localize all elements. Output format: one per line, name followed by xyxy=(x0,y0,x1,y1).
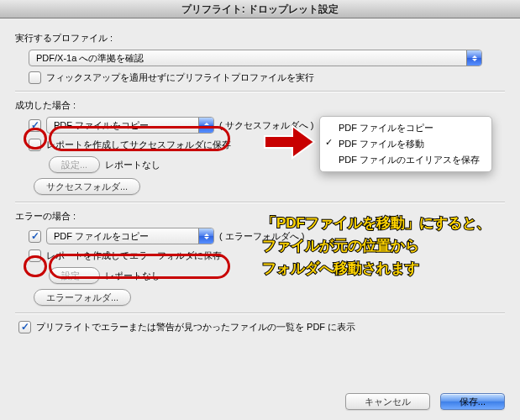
success-heading: 成功した場合 : xyxy=(15,99,505,112)
divider xyxy=(15,312,505,314)
error-settings-button[interactable]: 設定... xyxy=(49,267,100,284)
no-fixups-label: フィックスアップを適用せずにプリフライトプロファイルを実行 xyxy=(46,71,314,84)
error-report-label: レポートを作成してエラーフォルダに保存 xyxy=(46,249,222,262)
action-menu: PDF ファイルをコピー PDF ファイルを移動 PDF ファイルのエイリアスを… xyxy=(319,116,492,172)
profile-label: 実行するプロファイル : xyxy=(15,32,505,45)
show-list-checkbox[interactable] xyxy=(18,321,31,333)
error-action-value: PDF ファイルをコピー xyxy=(54,230,149,243)
error-heading: エラーの場合 : xyxy=(15,210,505,223)
show-list-label: プリフライトでエラーまたは警告が見つかったファイルの一覧を PDF に表示 xyxy=(36,321,355,333)
action-menu-item[interactable]: PDF ファイルをコピー xyxy=(320,120,491,136)
error-action-checkbox[interactable] xyxy=(29,230,41,243)
success-noreport-label: レポートなし xyxy=(105,159,160,171)
dialog-footer: キャンセル 保存... xyxy=(345,393,505,410)
save-button[interactable]: 保存... xyxy=(440,393,505,410)
select-arrows-icon xyxy=(466,50,481,66)
select-arrows-icon xyxy=(198,118,213,133)
error-report-checkbox[interactable] xyxy=(29,249,41,262)
window-title: プリフライト: ドロップレット設定 xyxy=(181,3,339,15)
success-action-checkbox[interactable] xyxy=(29,119,41,132)
success-action-select[interactable]: PDF ファイルをコピー xyxy=(46,117,214,134)
success-folder-button[interactable]: サクセスフォルダ... xyxy=(34,178,140,195)
success-action-suffix: ( サクセスフォルダへ ) xyxy=(219,119,313,132)
action-menu-item[interactable]: PDF ファイルを移動 xyxy=(320,136,491,152)
success-report-checkbox[interactable] xyxy=(29,139,41,151)
window-titlebar: プリフライト: ドロップレット設定 xyxy=(0,0,520,18)
divider xyxy=(15,202,505,203)
divider xyxy=(15,91,505,92)
error-noreport-label: レポートなし xyxy=(105,270,160,282)
success-settings-button[interactable]: 設定... xyxy=(49,156,100,173)
no-fixups-checkbox[interactable] xyxy=(29,71,41,84)
success-report-label: レポートを作成してサクセスフォルダに保存 xyxy=(46,139,231,151)
error-action-suffix: ( エラーフォルダへ ) xyxy=(219,230,304,243)
error-folder-button[interactable]: エラーフォルダ... xyxy=(34,289,131,306)
error-action-select[interactable]: PDF ファイルをコピー xyxy=(46,228,214,244)
action-menu-item[interactable]: PDF ファイルのエイリアスを保存 xyxy=(320,152,491,168)
profile-select-value: PDF/X-1a への準拠を確認 xyxy=(36,52,144,65)
cancel-button[interactable]: キャンセル xyxy=(345,393,430,410)
dialog-content: 実行するプロファイル : PDF/X-1a への準拠を確認 フィックスアップを適… xyxy=(0,18,520,420)
success-action-value: PDF ファイルをコピー xyxy=(54,119,149,132)
profile-select[interactable]: PDF/X-1a への準拠を確認 xyxy=(29,50,482,66)
select-arrows-icon xyxy=(198,228,213,244)
